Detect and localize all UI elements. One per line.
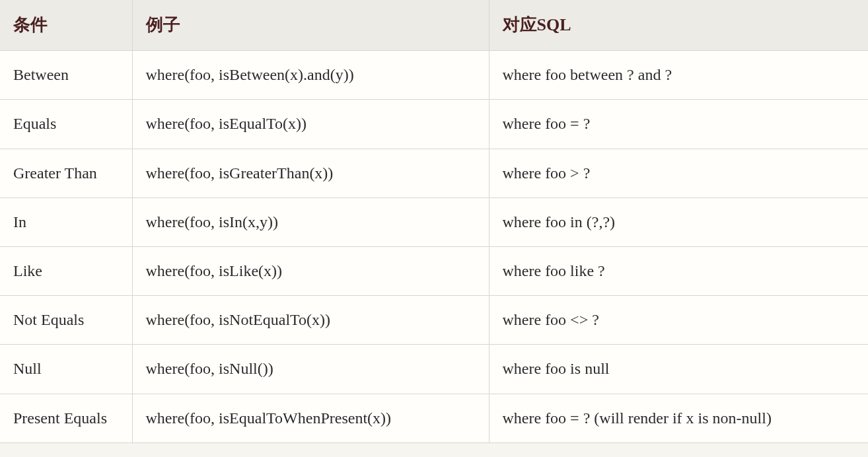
cell-condition: Between [0, 51, 132, 100]
cell-sql: where foo <> ? [489, 296, 868, 345]
table-header-row: 条件 例子 对应SQL [0, 0, 868, 51]
cell-sql: where foo between ? and ? [489, 51, 868, 100]
table-row: Like where(foo, isLike(x)) where foo lik… [0, 247, 868, 296]
conditions-table: 条件 例子 对应SQL Between where(foo, isBetween… [0, 0, 868, 443]
cell-sql: where foo > ? [489, 149, 868, 197]
cell-condition: Not Equals [0, 296, 132, 345]
table-row: Greater Than where(foo, isGreaterThan(x)… [0, 149, 868, 197]
cell-example: where(foo, isNull()) [132, 345, 489, 394]
cell-condition: Greater Than [0, 149, 132, 197]
cell-example: where(foo, isLike(x)) [132, 247, 489, 296]
cell-condition: Like [0, 247, 132, 296]
header-condition: 条件 [0, 0, 132, 51]
cell-condition: Null [0, 345, 132, 394]
cell-example: where(foo, isIn(x,y)) [132, 197, 489, 246]
cell-sql: where foo = ? [489, 100, 868, 149]
cell-example: where(foo, isEqualTo(x)) [132, 100, 489, 149]
cell-condition: Present Equals [0, 394, 132, 442]
table-row: In where(foo, isIn(x,y)) where foo in (?… [0, 197, 868, 246]
cell-example: where(foo, isBetween(x).and(y)) [132, 51, 489, 100]
cell-example: where(foo, isNotEqualTo(x)) [132, 296, 489, 345]
header-example: 例子 [132, 0, 489, 51]
table-row: Between where(foo, isBetween(x).and(y)) … [0, 51, 868, 100]
header-sql: 对应SQL [489, 0, 868, 51]
cell-sql: where foo in (?,?) [489, 197, 868, 246]
cell-condition: In [0, 197, 132, 246]
table-row: Present Equals where(foo, isEqualToWhenP… [0, 394, 868, 442]
cell-sql: where foo is null [489, 345, 868, 394]
table-row: Null where(foo, isNull()) where foo is n… [0, 345, 868, 394]
cell-example: where(foo, isGreaterThan(x)) [132, 149, 489, 197]
table-row: Equals where(foo, isEqualTo(x)) where fo… [0, 100, 868, 149]
cell-condition: Equals [0, 100, 132, 149]
cell-sql: where foo = ? (will render if x is non-n… [489, 394, 868, 442]
table-row: Not Equals where(foo, isNotEqualTo(x)) w… [0, 296, 868, 345]
cell-sql: where foo like ? [489, 247, 868, 296]
cell-example: where(foo, isEqualToWhenPresent(x)) [132, 394, 489, 442]
